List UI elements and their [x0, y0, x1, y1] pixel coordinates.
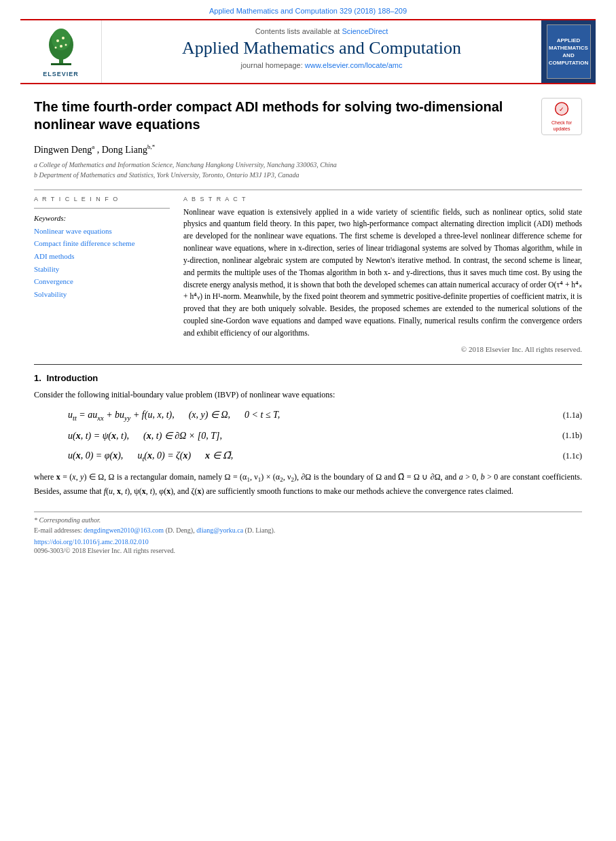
svg-point-8 — [65, 44, 67, 46]
keyword-2: Compact finite difference scheme — [34, 237, 170, 250]
contents-available-line: Contents lists available at ScienceDirec… — [115, 27, 528, 35]
abstract-column: A B S T R A C T Nonlinear wave equation … — [183, 196, 582, 353]
abstract-text: Nonlinear wave equation is extensively a… — [183, 207, 582, 340]
check-badge-icon: ✓ — [551, 101, 573, 119]
article-title: The time fourth-order compact ADI method… — [34, 98, 523, 133]
journal-header-center: Contents lists available at ScienceDirec… — [102, 20, 541, 83]
eq-1b-content: u(x, t) = ψ(x, t), (x, t) ∈ ∂Ω × [0, T], — [68, 430, 222, 442]
author2-name: Dong Liang — [102, 145, 147, 155]
svg-point-6 — [60, 45, 62, 48]
contents-text: Contents lists available at — [255, 27, 340, 35]
journal-header: ELSEVIER Contents lists available at Sci… — [20, 19, 596, 84]
eq-1c-content: u(x, 0) = φ(x), ut(x, 0) = ζ(x) x ∈ Ω̄, — [68, 450, 233, 463]
email-line: E-mail addresses: dengdingwen2010@163.co… — [34, 526, 582, 534]
author1-sup: a — [92, 143, 94, 150]
journal-cover-image: APPLIED MATHEMATICS AND COMPUTATION — [547, 24, 591, 79]
article-info-column: A R T I C L E I N F O Keywords: Nonlinea… — [34, 196, 170, 353]
homepage-label: journal homepage: — [241, 61, 303, 69]
email1-author: (D. Deng), — [166, 526, 195, 534]
svg-point-4 — [56, 39, 59, 42]
abstract-label: A B S T R A C T — [183, 196, 582, 202]
email-2-link[interactable]: dliang@yorku.ca — [196, 526, 244, 534]
homepage-url[interactable]: www.elsevier.com/locate/amc — [305, 61, 403, 69]
keywords-title: Keywords: — [34, 214, 170, 222]
journal-reference-line: Applied Mathematics and Computation 329 … — [0, 0, 616, 19]
keyword-3: ADI methods — [34, 250, 170, 263]
equation-1-1c: u(x, 0) = φ(x), ut(x, 0) = ζ(x) x ∈ Ω̄, … — [68, 450, 582, 463]
intro-paragraph-2: where x = (x, y) ∈ Ω, Ω is a rectangular… — [34, 471, 582, 498]
svg-rect-1 — [51, 63, 71, 65]
check-updates-badge: ✓ Check forupdates — [541, 98, 582, 135]
affiliation-a: a College of Mathematics and Information… — [34, 160, 582, 170]
intro-paragraph-1: Consider the following initial-boundary … — [34, 389, 582, 401]
authors-line: Dingwen Denga , Dong Liangb,* — [34, 143, 582, 156]
keyword-5: Convergence — [34, 275, 170, 288]
keyword-4: Stability — [34, 263, 170, 276]
keyword-6: Solvability — [34, 288, 170, 301]
journal-ref-text: Applied Mathematics and Computation 329 … — [209, 7, 407, 15]
eq-1a-number: (1.1a) — [563, 410, 582, 420]
journal-title: Applied Mathematics and Computation — [115, 38, 528, 58]
elsevier-logo-area: ELSEVIER — [20, 20, 102, 83]
two-col-section: A R T I C L E I N F O Keywords: Nonlinea… — [34, 196, 582, 353]
equation-1-1a: utt = auxx + buyy + f(u, x, t), (x, y) ∈… — [68, 409, 582, 422]
svg-point-7 — [54, 47, 56, 49]
affiliations: a College of Mathematics and Information… — [34, 160, 582, 180]
footnote-area: * Corresponding author. E-mail addresses… — [34, 512, 582, 554]
science-direct-link[interactable]: ScienceDirect — [342, 27, 388, 35]
article-info-label: A R T I C L E I N F O — [34, 196, 170, 202]
keyword-1: Nonlinear wave equations — [34, 225, 170, 238]
email-1-link[interactable]: dengdingwen2010@163.com — [84, 526, 165, 534]
elsevier-logo: ELSEVIER — [37, 26, 85, 77]
section-number: 1. — [34, 373, 41, 383]
journal-cover-area: APPLIED MATHEMATICS AND COMPUTATION — [541, 20, 596, 83]
elsevier-tree-icon — [37, 26, 85, 67]
divider-keywords — [34, 208, 170, 209]
divider-2 — [34, 364, 582, 365]
journal-homepage-line: journal homepage: www.elsevier.com/locat… — [115, 61, 528, 69]
doi-link[interactable]: https://doi.org/10.1016/j.amc.2018.02.01… — [34, 538, 149, 545]
issn-line: 0096-3003/© 2018 Elsevier Inc. All right… — [34, 547, 582, 554]
abstract-paragraph: Nonlinear wave equation is extensively a… — [183, 207, 582, 340]
email2-author: (D. Liang). — [245, 526, 276, 534]
eq-1c-number: (1.1c) — [563, 451, 582, 461]
doi-line: https://doi.org/10.1016/j.amc.2018.02.01… — [34, 538, 582, 545]
keywords-list: Nonlinear wave equations Compact finite … — [34, 225, 170, 301]
affiliation-b: b Department of Mathematics and Statisti… — [34, 170, 582, 180]
main-content: The time fourth-order compact ADI method… — [0, 84, 616, 568]
copyright-line: © 2018 Elsevier Inc. All rights reserved… — [183, 345, 582, 353]
introduction-heading: 1. Introduction — [34, 373, 582, 383]
svg-text:✓: ✓ — [559, 106, 564, 113]
svg-point-5 — [62, 37, 65, 39]
corresponding-author-note: * Corresponding author. — [34, 516, 582, 524]
email-label: E-mail addresses: — [34, 526, 82, 534]
eq-1a-content: utt = auxx + buyy + f(u, x, t), (x, y) ∈… — [68, 409, 280, 422]
eq-1b-number: (1.1b) — [562, 431, 582, 441]
section-title: Introduction — [46, 373, 98, 383]
author2-sup: b,* — [147, 143, 155, 150]
author1-name: Dingwen Deng — [34, 145, 92, 155]
equation-1-1b: u(x, t) = ψ(x, t), (x, t) ∈ ∂Ω × [0, T],… — [68, 430, 582, 442]
article-title-section: The time fourth-order compact ADI method… — [34, 98, 582, 135]
divider-1 — [34, 190, 582, 190]
author-separator: , — [97, 145, 102, 155]
elsevier-brand-text: ELSEVIER — [37, 71, 85, 77]
